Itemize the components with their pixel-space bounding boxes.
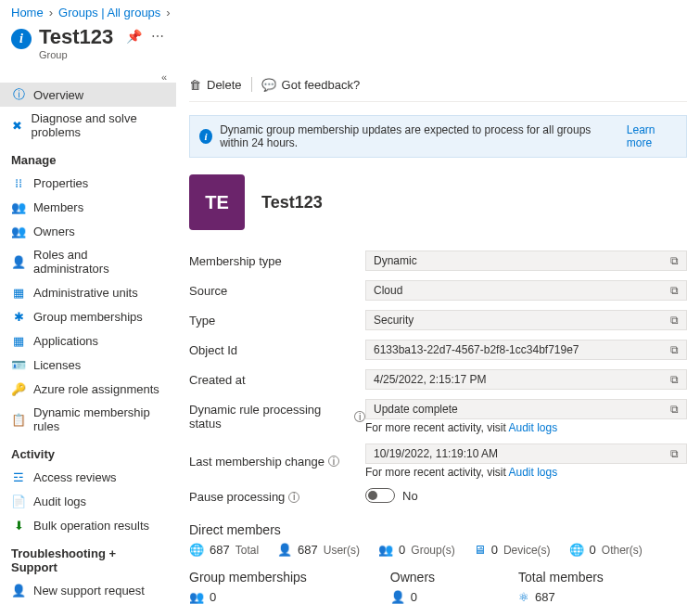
breadcrumb-groups[interactable]: Groups | All groups (58, 6, 160, 19)
page-subtitle: Group (39, 49, 113, 60)
group-memberships-title: Group memberships (189, 570, 307, 585)
sidebar-item-group-memberships[interactable]: ✱ Group memberships (0, 304, 176, 328)
info-tooltip-icon[interactable]: i (288, 492, 299, 503)
label-dyn-status: Dynamic rule processing statusi (189, 403, 365, 431)
feedback-button[interactable]: 💬 Got feedback? (261, 78, 361, 92)
toolbar-divider (251, 77, 252, 92)
field-dyn-status: Update complete⧉ (365, 399, 687, 419)
info-tooltip-icon[interactable]: i (328, 456, 339, 467)
chevron-right-icon: › (49, 6, 53, 19)
label-object-id: Object Id (189, 343, 365, 357)
audit-logs-link[interactable]: Audit logs (508, 466, 557, 479)
sidebar-item-applications[interactable]: ▦ Applications (0, 328, 176, 353)
sidebar-item-properties[interactable]: ⁞⁞ Properties (0, 171, 176, 195)
audit-logs-icon: 📄 (11, 494, 26, 508)
group-icon: 👥 (189, 590, 204, 604)
copy-icon[interactable]: ⧉ (670, 343, 679, 356)
label-created-at: Created at (189, 373, 365, 387)
sidebar-item-label: Members (33, 200, 83, 214)
copy-icon[interactable]: ⧉ (670, 284, 679, 297)
stat-others: 🌐0Other(s) (569, 543, 643, 557)
direct-members-stats: 🌐687Total 👤687User(s) 👥0Group(s) 🖥0Devic… (189, 543, 687, 557)
pause-toggle[interactable]: No (365, 488, 418, 503)
pause-value: No (402, 489, 418, 503)
stat-groups: 👥0Group(s) (378, 543, 455, 557)
sidebar-item-admin-units[interactable]: ▦ Administrative units (0, 280, 176, 304)
atom-icon: ⚛ (518, 590, 529, 604)
breadcrumb-home[interactable]: Home (11, 6, 44, 19)
copy-icon[interactable]: ⧉ (670, 403, 679, 416)
sidebar-item-label: Access reviews (33, 470, 117, 484)
members-icon: 👥 (11, 199, 26, 214)
label-membership-type: Membership type (189, 254, 365, 268)
device-icon: 🖥 (474, 543, 486, 557)
copy-icon[interactable]: ⧉ (670, 314, 679, 327)
page-title: Test123 (39, 25, 113, 49)
feedback-label: Got feedback? (282, 78, 361, 92)
properties-icon: ⁞⁞ (11, 175, 26, 190)
group-memberships-value: 0 (210, 590, 216, 604)
group-icon: 👥 (378, 543, 393, 557)
key-icon: 🔑 (11, 381, 26, 396)
sidebar-item-label: Administrative units (33, 286, 138, 300)
globe-icon: 🌐 (569, 543, 584, 557)
sidebar-item-label: Owners (33, 225, 75, 238)
sidebar-item-diagnose[interactable]: ✖ Diagnose and solve problems (0, 107, 176, 144)
copy-icon[interactable]: ⧉ (670, 447, 679, 460)
properties-section: Membership type Dynamic⧉ Source Cloud⧉ T… (189, 251, 687, 506)
field-source: Cloud⧉ (365, 280, 687, 301)
owners-value: 0 (411, 590, 417, 604)
group-memberships-icon: ✱ (11, 309, 26, 324)
chevron-right-icon: › (166, 6, 170, 19)
sidebar-item-azure-roles[interactable]: 🔑 Azure role assignments (0, 377, 176, 401)
sidebar-item-label: Group memberships (33, 310, 143, 324)
toolbar: 🗑 Delete 💬 Got feedback? (189, 73, 687, 102)
user-icon: 👤 (277, 543, 292, 557)
collapse-sidebar-icon[interactable]: « (0, 71, 176, 83)
field-object-id: 6133ba13-22d7-4567-b2f8-1cc34bf719e7⧉ (365, 340, 687, 360)
sidebar-item-dynamic-rules[interactable]: 📋 Dynamic membership rules (0, 401, 176, 438)
owners-title: Owners (390, 570, 435, 585)
more-icon[interactable]: ⋯ (151, 29, 164, 44)
sidebar-item-access-reviews[interactable]: ☲ Access reviews (0, 465, 176, 489)
sidebar-item-label: Applications (33, 334, 98, 348)
sidebar-item-label: Properties (33, 176, 88, 190)
info-tooltip-icon[interactable]: i (354, 411, 365, 422)
rules-icon: 📋 (11, 412, 26, 427)
copy-icon[interactable]: ⧉ (670, 373, 679, 386)
sidebar-item-label: Audit logs (33, 495, 86, 508)
roles-icon: 👤 (11, 254, 26, 269)
sidebar-item-overview[interactable]: ⓘ Overview (0, 83, 176, 107)
total-members-title: Total members (518, 570, 604, 585)
sidebar-item-label: Dynamic membership rules (33, 405, 165, 433)
info-icon: ⓘ (11, 87, 26, 102)
sidebar-item-owners[interactable]: 👥 Owners (0, 219, 176, 243)
copy-icon[interactable]: ⧉ (670, 254, 679, 267)
label-pause: Pause processingi (189, 490, 365, 504)
sidebar-item-new-support[interactable]: 👤 New support request (0, 578, 176, 602)
group-header: TE Test123 (189, 174, 687, 230)
direct-members-title: Direct members (189, 522, 687, 537)
sidebar-item-roles[interactable]: 👤 Roles and administrators (0, 243, 176, 280)
sidebar-heading-troubleshoot: Troubleshooting + Support (0, 537, 176, 578)
audit-logs-link[interactable]: Audit logs (508, 421, 557, 434)
sidebar-item-bulk-results[interactable]: ⬇ Bulk operation results (0, 513, 176, 537)
globe-icon: 🌐 (189, 543, 204, 557)
sidebar-item-licenses[interactable]: 🪪 Licenses (0, 353, 176, 377)
label-type: Type (189, 314, 365, 328)
sidebar-item-label: New support request (33, 584, 145, 598)
sidebar-item-members[interactable]: 👥 Members (0, 195, 176, 219)
info-banner: i Dynamic group membership updates are e… (189, 115, 687, 158)
info-icon: i (11, 29, 32, 49)
sidebar-item-audit-logs[interactable]: 📄 Audit logs (0, 489, 176, 513)
pin-icon[interactable]: 📌 (126, 29, 142, 44)
feedback-icon: 💬 (261, 78, 276, 92)
bulk-results-icon: ⬇ (11, 518, 26, 533)
delete-label: Delete (207, 78, 242, 92)
trash-icon: 🗑 (189, 78, 201, 92)
delete-button[interactable]: 🗑 Delete (189, 78, 242, 92)
access-reviews-icon: ☲ (11, 469, 26, 484)
sidebar-item-label: Azure role assignments (33, 382, 159, 396)
learn-more-link[interactable]: Learn more (627, 123, 677, 149)
label-source: Source (189, 284, 365, 298)
